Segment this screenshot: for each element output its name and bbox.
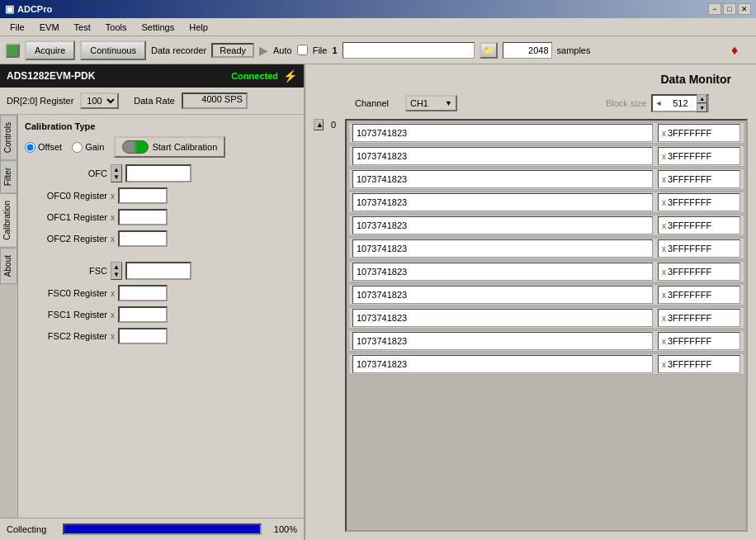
titlebar: ▣ ADCPro − □ ✕ (0, 0, 756, 18)
ofc-row: OFC ▲▼ 000000 (25, 164, 297, 182)
block-size-arrows[interactable]: ▲ ▼ (697, 94, 707, 112)
ofc0-label: OFC0 Register (25, 191, 107, 201)
menu-evm[interactable]: EVM (33, 21, 66, 34)
cell-prefix-4: x (662, 221, 666, 230)
fsc-input[interactable]: 400000 (125, 262, 191, 280)
dr-register-row: DR[2:0] Register 100 000 001 010 011 101… (0, 88, 304, 115)
fsc1-row: FSC1 Register x 00 (25, 306, 297, 323)
row-num-9 (314, 348, 342, 372)
ofc2-row: OFC2 Register x 00 (25, 230, 297, 247)
samples-label: samples (557, 45, 591, 55)
acquire-button[interactable]: Acquire (25, 40, 75, 60)
cell-prefix-5: x (662, 244, 666, 253)
ofc0-input[interactable]: 00 (118, 187, 168, 204)
tab-calibration[interactable]: Calibration (0, 193, 17, 248)
offset-radio-label[interactable]: Offset (25, 142, 62, 153)
fsc1-prefix: x (111, 310, 115, 320)
data-cell-left-2: 1073741823 (352, 170, 653, 188)
file-path-input[interactable] (343, 42, 475, 59)
data-row-1: 1073741823 x3FFFFFFF (348, 145, 744, 167)
ofc2-prefix: x (111, 234, 115, 244)
data-cell-right-7: x3FFFFFFF (658, 286, 740, 304)
data-row-0: 1073741823 x3FFFFFFF (348, 122, 744, 144)
ofc2-input[interactable]: 00 (118, 230, 168, 247)
status-indicator (5, 43, 20, 58)
data-row-7: 1073741823 x3FFFFFFF (348, 284, 744, 306)
auto-label: Auto (273, 45, 292, 55)
app-icon: ▣ (5, 3, 14, 15)
block-size-down-arrow: ◄ (653, 99, 664, 107)
data-cell-right-8: x3FFFFFFF (658, 309, 740, 327)
tab-about[interactable]: About (0, 248, 17, 284)
status-label: Ready (211, 43, 254, 58)
ofc-spinner[interactable]: ▲▼ (111, 164, 122, 182)
row-num-4 (314, 229, 342, 252)
row-num-6 (314, 277, 342, 300)
data-grid[interactable]: 1073741823 x3FFFFFFF 1073741823 x3FFFFFF… (345, 119, 748, 532)
tab-controls[interactable]: Controls (0, 115, 17, 160)
data-grid-container: ▲ 0 1073741823 x3FFFFFFF (314, 119, 748, 532)
minimize-button[interactable]: − (708, 3, 721, 15)
start-calib-label: Start Calibration (152, 142, 217, 152)
ofc0-prefix: x (111, 192, 115, 201)
calibration-section-title: Calibration Type (25, 121, 297, 131)
data-row-9: 1073741823 x3FFFFFFF (348, 330, 744, 352)
start-calibration-button[interactable]: Start Calibration (114, 136, 225, 158)
ofc-input[interactable]: 000000 (125, 164, 191, 182)
titlebar-controls: − □ ✕ (708, 3, 751, 15)
cell-prefix-1: x (662, 152, 666, 161)
samples-input[interactable]: 2048 (503, 42, 552, 59)
data-recorder-label: Data recorder (151, 45, 206, 55)
row-num-1 (314, 157, 342, 180)
fsc2-input[interactable]: 40 (118, 328, 168, 344)
browse-button[interactable]: 📁 (480, 42, 498, 59)
data-row-8: 1073741823 x3FFFFFFF (348, 307, 744, 329)
ofc-label: OFC (25, 168, 107, 178)
titlebar-left: ▣ ADCPro (5, 3, 52, 15)
ofc1-input[interactable]: 00 (118, 209, 168, 225)
offset-radio[interactable] (25, 142, 35, 153)
cell-prefix-6: x (662, 268, 666, 277)
data-cell-right-10: x3FFFFFFF (658, 355, 740, 373)
data-row-6: 1073741823 x3FFFFFFF (348, 261, 744, 282)
ti-icon: ♦ (731, 43, 738, 58)
menu-tools[interactable]: Tools (99, 21, 134, 34)
gain-radio[interactable] (72, 142, 83, 153)
row-numbers: ▲ 0 (314, 119, 342, 532)
row-num-8 (314, 324, 342, 348)
menu-test[interactable]: Test (68, 21, 97, 34)
data-cell-right-9: x3FFFFFFF (658, 332, 740, 350)
fsc1-input[interactable]: 00 (118, 306, 168, 323)
close-button[interactable]: ✕ (738, 3, 751, 15)
tab-filter[interactable]: Filter (0, 160, 17, 193)
maximize-button[interactable]: □ (723, 3, 736, 15)
row-spinner-up[interactable]: ▲ (314, 119, 324, 130)
fsc2-prefix: x (111, 332, 115, 341)
block-size-down-btn[interactable]: ▼ (697, 103, 707, 112)
dr-register-select[interactable]: 100 000 001 010 011 101 110 111 (80, 92, 119, 109)
auto-checkbox[interactable] (297, 45, 308, 55)
gain-radio-label[interactable]: Gain (72, 142, 104, 153)
channel-select[interactable]: CH1 ▼ (405, 95, 457, 111)
block-size-spinner[interactable]: ◄ 512 ▲ ▼ (651, 94, 709, 112)
ofc1-row: OFC1 Register x 00 (25, 209, 297, 225)
row-num-10 (314, 372, 342, 396)
app-title: ADCPro (17, 4, 52, 14)
data-cell-left-10: 1073741823 (352, 355, 653, 373)
channel-value: CH1 (410, 98, 443, 108)
fsc-spinner[interactable]: ▲▼ (111, 262, 122, 280)
data-cell-right-6: x3FFFFFFF (658, 263, 740, 281)
right-panel: Data Monitor Channel CH1 ▼ Block size ◄ … (305, 64, 756, 540)
fsc0-input[interactable]: 00 (118, 285, 168, 301)
ofc2-label: OFC2 Register (25, 234, 107, 244)
data-rate-label: Data Rate (134, 96, 175, 106)
play-button[interactable]: ▶ (259, 44, 268, 57)
block-size-up-arrow[interactable]: ▲ (697, 94, 707, 103)
continuous-button[interactable]: Continuous (80, 40, 146, 60)
ti-logo: ♦ (718, 39, 751, 62)
block-size-value: 512 (664, 98, 697, 108)
menu-settings[interactable]: Settings (135, 21, 181, 34)
menu-file[interactable]: File (3, 21, 31, 34)
data-cell-left-3: 1073741823 (352, 193, 653, 211)
menu-help[interactable]: Help (182, 21, 215, 34)
